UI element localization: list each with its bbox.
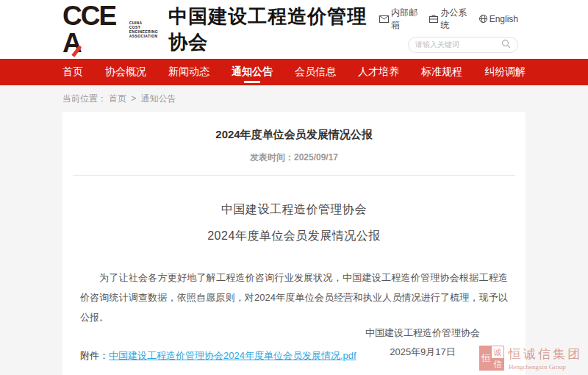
article-title: 2024年度单位会员发展情况公报 (73, 128, 515, 142)
nav-item-home[interactable]: 首页 (62, 59, 83, 85)
top-link-label: English (490, 14, 518, 24)
hengchengxin-watermark: 恒 诚 信 恒诚信集团 Hengchengxin Group (479, 346, 582, 371)
stamp-char-bottom: 信 (492, 358, 503, 370)
english-link[interactable]: English (479, 14, 518, 24)
article-body: 为了让社会各方更好地了解工程造价咨询行业发展状况，中国建设工程造价管理协会根据工… (80, 268, 508, 327)
ccea-wordmark: CCEA (62, 2, 126, 57)
nav-item-notices[interactable]: 通知公告 (232, 59, 273, 85)
active-tab-indicator (244, 81, 260, 83)
breadcrumb-separator: > (131, 93, 136, 104)
publish-date-label: 发表时间： (250, 152, 294, 162)
top-links: 内部邮箱 办公系统 English (379, 7, 518, 32)
logo-sub-line: ASSOCIATION (129, 34, 158, 38)
internal-mail-link[interactable]: 内部邮箱 (379, 7, 418, 32)
watermark-name-cn: 恒诚信集团 (509, 346, 582, 362)
signature-org: 中国建设工程造价管理协会 (365, 324, 480, 343)
nav-item-members[interactable]: 会员信息 (295, 59, 336, 85)
breadcrumb: 当前位置：首页 > 通知公告 (0, 85, 588, 112)
globe-icon (479, 15, 487, 23)
office-icon (429, 15, 438, 23)
mail-icon (379, 15, 389, 23)
site-title: 中国建设工程造价管理协会 (168, 4, 379, 55)
nav-item-news[interactable]: 新闻动态 (168, 59, 209, 85)
stamp-char-top: 诚 (492, 346, 503, 358)
breadcrumb-prefix: 当前位置： (62, 93, 107, 104)
signature-date: 2025年9月17日 (365, 343, 480, 362)
search-icon[interactable] (501, 38, 511, 51)
nav-item-standards[interactable]: 标准规程 (421, 59, 462, 85)
hengchengxin-stamp-logo: 恒 诚 信 (479, 346, 504, 371)
top-link-label: 内部邮箱 (391, 7, 418, 32)
nav-item-overview[interactable]: 协会概况 (105, 59, 146, 85)
nav-item-mediation[interactable]: 纠纷调解 (484, 59, 526, 85)
logo-red-swoosh (71, 45, 82, 57)
article-heading-line1: 中国建设工程造价管理协会 (73, 202, 515, 218)
site-header: CCEA CHINA COST ENGINEERING ASSOCIATION … (0, 0, 588, 59)
search-input[interactable] (415, 40, 501, 49)
stamp-char-left: 恒 (480, 346, 492, 370)
breadcrumb-current: 通知公告 (141, 93, 176, 104)
watermark-name-en: Hengchengxin Group (509, 363, 582, 371)
article-card: 2024年度单位会员发展情况公报 发表时间：2025/09/17 中国建设工程造… (62, 112, 526, 375)
publish-date-value: 2025/09/17 (294, 152, 338, 162)
publish-date: 发表时间：2025/09/17 (73, 151, 515, 164)
office-system-link[interactable]: 办公系统 (429, 7, 467, 32)
main-nav: 首页 协会概况 新闻动态 通知公告 会员信息 人才培养 标准规程 纠纷调解 (0, 59, 588, 85)
top-link-label: 办公系统 (440, 7, 467, 32)
signature-block: 中国建设工程造价管理协会 2025年9月17日 (365, 324, 480, 362)
logo-subtitle: CHINA COST ENGINEERING ASSOCIATION (129, 21, 158, 38)
breadcrumb-home[interactable]: 首页 (109, 93, 126, 104)
search-box[interactable] (408, 37, 518, 53)
header-utilities: 内部邮箱 办公系统 English (379, 7, 518, 53)
attachment-label: 附件： (80, 350, 109, 361)
nav-item-training[interactable]: 人才培养 (358, 59, 399, 85)
site-logo[interactable]: CCEA CHINA COST ENGINEERING ASSOCIATION … (62, 2, 379, 57)
article-heading-line2: 2024年度单位会员发展情况公报 (73, 229, 515, 244)
title-divider (73, 175, 515, 176)
attachment-pdf-link[interactable]: 中国建设工程造价管理协会2024年度单位会员发展情况.pdf (109, 350, 356, 361)
nav-item-label: 通知公告 (232, 65, 273, 79)
